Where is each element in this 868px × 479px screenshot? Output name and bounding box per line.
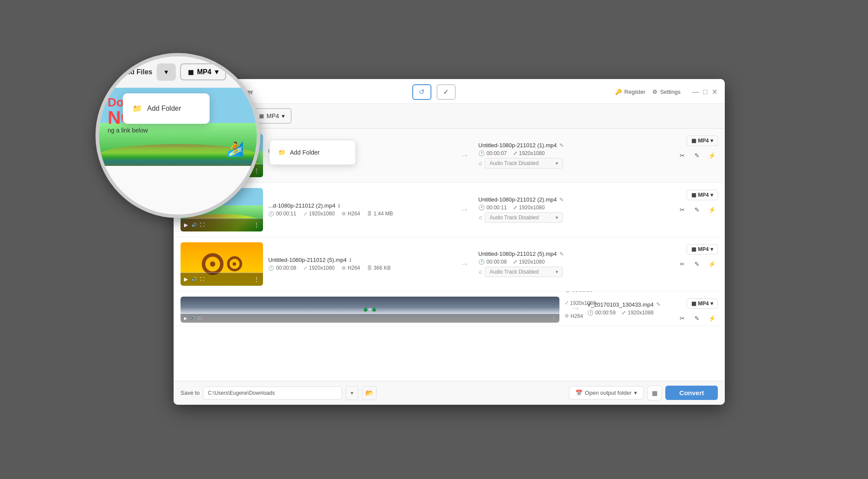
music-icon: ♫ [478, 160, 482, 166]
format-chevron: ▾ [710, 192, 713, 198]
mag-add-files-label: 📄 Add Files [108, 67, 152, 77]
path-dropdown-btn[interactable]: ▾ [345, 386, 358, 400]
fullscreen-icon[interactable]: ⛶ [198, 316, 202, 320]
input-duration: 00:00:08 [276, 265, 296, 271]
format-label: MP4 [698, 192, 709, 198]
clock-icon: 🕐 [268, 265, 274, 271]
music-icon: ♫ [478, 269, 482, 275]
scissors-btn[interactable]: ✂ [676, 149, 688, 162]
file-output-info: V_20170103_130433.mp4 ✎ 🕐 00:00:59 ⤢ 192… [587, 297, 661, 320]
edit-icon[interactable]: ✎ [559, 251, 564, 257]
clock-icon: 🕐 [268, 211, 274, 217]
fullscreen-icon[interactable]: ⛶ [200, 222, 204, 227]
save-to-label: Save to [181, 390, 200, 396]
minimize-btn[interactable]: — [693, 89, 699, 95]
fx-btn[interactable]: ⚡ [706, 204, 718, 216]
fx-btn[interactable]: ⚡ [706, 149, 718, 162]
grid-icon: ▦ [652, 390, 658, 396]
edit-btn[interactable]: ✎ [691, 149, 703, 162]
output-resolution: 1920x1080 [519, 150, 545, 156]
format-grid-icon: ▦ [691, 138, 696, 144]
folder-open-icon: 📂 [365, 389, 374, 397]
info-icon[interactable]: ℹ [349, 257, 352, 263]
input-resolution: 1920x1080 [309, 211, 335, 217]
format-badge[interactable]: ▦ MP4 ▾ [687, 190, 718, 200]
volume-icon[interactable]: 🔊 [191, 277, 197, 281]
folder-icon: 📁 [278, 149, 286, 156]
register-btn[interactable]: 🔑 Register [615, 89, 645, 95]
fx-btn[interactable]: ⚡ [706, 258, 718, 270]
more-icon[interactable]: ⋮ [253, 221, 260, 228]
mag-chevron-down-icon: ▾ [164, 68, 168, 76]
clock-icon: 🕐 [565, 291, 571, 293]
refresh-icon: ↺ [419, 88, 424, 96]
folder-open-btn[interactable]: 📂 [362, 386, 377, 400]
edit-btn[interactable]: ✎ [691, 258, 703, 270]
check-btn[interactable]: ✓ [437, 84, 456, 100]
mag-format-arrow: ▾ [215, 68, 218, 76]
scissors-btn[interactable]: ✂ [676, 312, 688, 324]
input-duration: 00:00:11 [276, 211, 296, 217]
close-btn[interactable]: ✕ [712, 89, 718, 95]
mp4-icon: ▦ [259, 113, 264, 119]
audio-track-select[interactable]: Audio Track Disabled ▾ [485, 158, 563, 168]
audio-track-select[interactable]: Audio Track Disabled ▾ [485, 267, 563, 277]
resize-icon-out: ⤢ [513, 150, 517, 156]
play-icon[interactable]: ▶ [184, 222, 188, 228]
file-input-info: Untitled-1080p-211012 (5).mp4 ℹ 🕐 00:00:… [268, 242, 450, 286]
scissors-btn[interactable]: ✂ [676, 258, 688, 270]
edit-btn[interactable]: ✎ [691, 204, 703, 216]
format-label: MP4 [698, 246, 709, 252]
convert-btn[interactable]: Convert [665, 386, 718, 400]
mag-dropdown-btn[interactable]: ▾ [157, 63, 176, 81]
format-badge[interactable]: ▦ MP4 ▾ [687, 298, 718, 309]
scissors-btn[interactable]: ✂ [676, 204, 688, 216]
mag-toolbar: 📄 Add Files ▾ ▦ MP4 ▾ [99, 56, 257, 88]
fx-btn[interactable]: ⚡ [706, 312, 718, 324]
input-resolution: 1920x1080 [309, 265, 335, 271]
input-duration: 00:00:59 [572, 291, 593, 293]
edit-icon[interactable]: ✎ [559, 197, 564, 203]
more-icon[interactable]: ⋮ [552, 316, 556, 320]
grid-view-btn[interactable]: ▦ [647, 386, 662, 400]
format-badge[interactable]: ▦ MP4 ▾ [687, 135, 718, 146]
input-size: 1.44 MB [374, 211, 393, 217]
magnifier: 📄 Add Files ▾ ▦ MP4 ▾ 📁 Add Folder [95, 53, 260, 218]
edit-btn[interactable]: ✎ [691, 312, 703, 324]
info-icon[interactable]: ℹ [338, 203, 340, 209]
mag-add-folder-item[interactable]: 📁 Add Folder [123, 98, 210, 119]
table-row: ▶ 🔊 ⛶ ⋮ Untitled-1080p-211012 (5).mp4 ℹ … [174, 237, 725, 291]
mag-link-text: ng a link below [108, 127, 166, 134]
settings-btn[interactable]: ⚙ Settings [652, 89, 681, 95]
play-icon[interactable]: ▶ [184, 276, 188, 282]
audio-track-select[interactable]: Audio Track Disabled ▾ [485, 212, 563, 223]
save-path-input[interactable] [203, 387, 342, 400]
file-output-info: Untitled-1080p-211012 (1).mp4 ✎ 🕐 00:00:… [478, 134, 661, 177]
audio-dropdown-icon: ▾ [556, 215, 558, 221]
output-duration: 00:00:11 [487, 205, 507, 211]
thumbnail[interactable]: 🌲❄🌲 ▶ 🔊 ⛶ ⋮ [181, 297, 559, 323]
clock-icon: 🕐 [478, 259, 485, 265]
edit-icon[interactable]: ✎ [656, 301, 661, 307]
volume-icon[interactable]: 🔊 [191, 222, 197, 227]
volume-icon[interactable]: 🔊 [191, 316, 195, 320]
add-folder-item[interactable]: 📁 Add Folder [270, 144, 355, 161]
thumbnail[interactable]: ▶ 🔊 ⛶ ⋮ [181, 242, 263, 286]
resize-icon: ⤢ [303, 211, 307, 217]
fullscreen-icon[interactable]: ⛶ [200, 277, 204, 281]
edit-icon[interactable]: ✎ [559, 142, 564, 149]
more-icon[interactable]: ⋮ [253, 276, 260, 283]
resize-icon: ⤢ [303, 265, 307, 271]
open-output-btn[interactable]: 📅 Open output folder ▾ [569, 386, 644, 400]
mag-format-btn[interactable]: ▦ MP4 ▾ [180, 63, 226, 80]
codec-icon: ⚙ [565, 313, 569, 319]
file-input-info: ...d-1080p-211012 (2).mp4 ℹ 🕐 00:00:11 ⤢… [268, 188, 450, 231]
format-label: MP4 [698, 301, 709, 307]
file-output-info: Untitled-1080p-211012 (2).mp4 ✎ 🕐 00:00:… [478, 188, 661, 231]
output-name: Untitled-1080p-211012 (2).mp4 [478, 196, 557, 203]
format-badge[interactable]: ▦ MP4 ▾ [687, 244, 718, 254]
maximize-btn[interactable]: □ [702, 89, 708, 95]
key-icon: 🔑 [615, 89, 622, 95]
refresh-btn[interactable]: ↺ [412, 84, 431, 100]
play-icon[interactable]: ▶ [184, 316, 187, 320]
